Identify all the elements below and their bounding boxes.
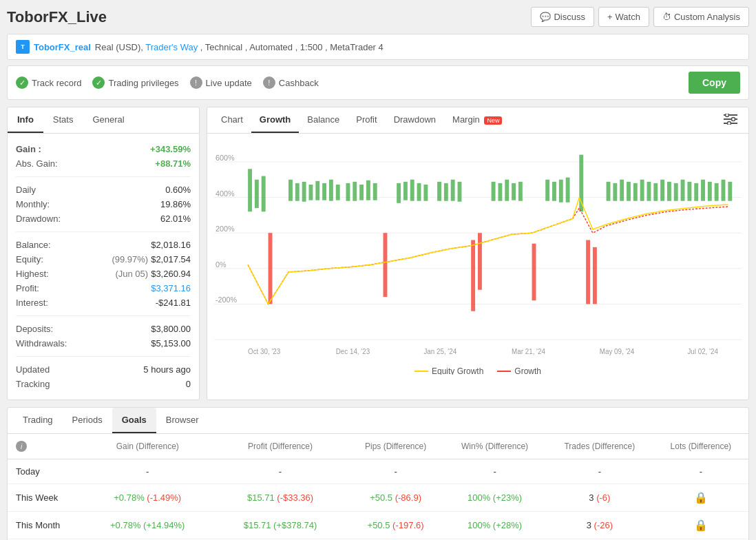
- trades-today: -: [546, 459, 653, 484]
- filter-icon[interactable]: [718, 108, 743, 132]
- stat-highest: Highest: (Jun 05) $3,260.94: [16, 267, 191, 281]
- svg-rect-37: [410, 180, 414, 201]
- svg-rect-17: [248, 169, 252, 211]
- equity-line-indicator: [414, 371, 428, 372]
- svg-rect-63: [633, 183, 638, 201]
- svg-rect-36: [403, 182, 408, 200]
- bottom-section: Trading Periods Goals Browser i Gain (Di…: [7, 407, 749, 540]
- svg-rect-54: [559, 180, 563, 202]
- svg-text:Jul 02, '24: Jul 02, '24: [687, 347, 718, 355]
- check-icon-track: ✓: [16, 76, 28, 89]
- account-name[interactable]: ToborFX_real: [34, 42, 91, 52]
- svg-rect-58: [593, 247, 597, 304]
- col-header-pips: Pips (Difference): [348, 434, 443, 459]
- svg-rect-61: [620, 180, 624, 201]
- svg-text:Oct 30, '23: Oct 30, '23: [248, 347, 281, 355]
- table-info-icon[interactable]: i: [16, 441, 27, 452]
- svg-rect-76: [722, 180, 726, 201]
- svg-rect-46: [492, 182, 496, 201]
- gain-week: +0.78% (-1.49%): [83, 484, 213, 512]
- legend-equity: Equity Growth: [414, 366, 483, 375]
- svg-rect-52: [545, 180, 549, 201]
- chart-tab-chart[interactable]: Chart: [213, 107, 251, 133]
- svg-rect-41: [444, 183, 448, 201]
- tab-info[interactable]: Info: [8, 107, 43, 133]
- svg-text:Mar 21, '24: Mar 21, '24: [512, 347, 545, 355]
- discuss-button[interactable]: 💬 Discuss: [531, 7, 594, 27]
- col-header-trades: Trades (Difference): [546, 434, 653, 459]
- legend-growth: Growth: [497, 366, 541, 375]
- watch-button[interactable]: + Watch: [598, 7, 649, 27]
- svg-text:May 09, '24: May 09, '24: [600, 347, 635, 355]
- svg-rect-53: [552, 182, 556, 201]
- page-title: ToborFX_Live: [7, 8, 107, 26]
- svg-rect-44: [471, 240, 475, 311]
- stat-daily: Daily 0.60%: [16, 183, 191, 197]
- chart-tab-balance[interactable]: Balance: [299, 107, 348, 133]
- win-week: 100% (+23%): [443, 484, 546, 512]
- pips-month: +50.5 (-197.6): [348, 512, 443, 539]
- col-header-gain: Gain (Difference): [83, 434, 213, 459]
- bottom-tab-goals[interactable]: Goals: [112, 408, 156, 433]
- cashback-badge: ! Cashback: [263, 76, 319, 89]
- profit-month: $15.71 (+$378.74): [213, 512, 348, 539]
- chart-tab-margin[interactable]: Margin New: [444, 107, 510, 133]
- tab-stats[interactable]: Stats: [43, 107, 83, 133]
- gain-today: -: [83, 459, 213, 484]
- stat-interest: Interest: -$241.81: [16, 295, 191, 310]
- chart-tab-drawdown[interactable]: Drawdown: [386, 107, 444, 133]
- svg-rect-42: [451, 180, 455, 201]
- custom-analysis-button[interactable]: ⏱ Custom Analysis: [653, 7, 749, 27]
- info-icon-live: !: [190, 76, 202, 89]
- svg-rect-65: [647, 182, 651, 201]
- chart-tab-profit[interactable]: Profit: [348, 107, 385, 133]
- svg-text:-200%: -200%: [216, 295, 237, 304]
- svg-rect-28: [336, 185, 340, 200]
- tab-general[interactable]: General: [83, 107, 134, 133]
- badges-row: ✓ Track record ✓ Trading privileges ! Li…: [7, 65, 749, 100]
- svg-text:600%: 600%: [216, 154, 235, 162]
- chart-area: 600% 400% 200% 0% -200%: [207, 134, 748, 375]
- svg-rect-77: [728, 182, 732, 201]
- profit-week: $15.71 (-$33.36): [213, 484, 348, 512]
- svg-rect-51: [532, 244, 536, 301]
- stat-abs-gain: Abs. Gain: +88.71%: [16, 156, 191, 171]
- trades-week: 3 (-6): [546, 484, 653, 512]
- stat-updated: Updated 5 hours ago: [16, 362, 191, 377]
- table-container: i Gain (Difference) Profit (Difference) …: [8, 434, 748, 540]
- svg-text:400%: 400%: [216, 189, 235, 197]
- svg-rect-26: [322, 183, 326, 200]
- win-today: -: [443, 459, 546, 484]
- chart-tab-growth[interactable]: Growth: [251, 107, 300, 133]
- profit-today: -: [213, 459, 348, 484]
- pips-week: +50.5 (-86.9): [348, 484, 443, 512]
- svg-text:200%: 200%: [216, 225, 235, 233]
- svg-rect-34: [384, 233, 388, 297]
- account-logo: T: [16, 40, 30, 54]
- trades-month: 3 (-26): [546, 512, 653, 539]
- bottom-tab-browser[interactable]: Browser: [156, 408, 209, 433]
- trading-privileges-badge: ✓ Trading privileges: [92, 76, 178, 89]
- copy-button[interactable]: Copy: [689, 72, 740, 94]
- table-row: Today - - - - - -: [8, 459, 748, 484]
- bottom-tab-trading[interactable]: Trading: [13, 408, 63, 433]
- col-header-lots: Lots (Difference): [653, 434, 748, 459]
- stat-drawdown: Drawdown: 62.01%: [16, 211, 191, 226]
- svg-rect-48: [505, 180, 509, 201]
- broker-link[interactable]: Trader's Way: [145, 42, 198, 52]
- svg-rect-21: [288, 180, 293, 201]
- account-details: Real (USD), Trader's Way , Technical , A…: [95, 42, 384, 52]
- col-header-profit: Profit (Difference): [213, 434, 348, 459]
- svg-rect-18: [255, 180, 259, 208]
- svg-rect-50: [518, 182, 523, 201]
- svg-rect-31: [359, 185, 364, 200]
- stat-deposits: Deposits: $3,800.00: [16, 322, 191, 336]
- stat-monthly: Monthly: 19.86%: [16, 197, 191, 211]
- svg-point-4: [732, 118, 735, 121]
- svg-rect-57: [586, 240, 590, 304]
- stats-body: Gain : +343.59% Abs. Gain: +88.71% Daily…: [8, 134, 199, 399]
- svg-rect-43: [458, 182, 462, 202]
- stat-gain: Gain : +343.59%: [16, 142, 191, 156]
- account-bar: T ToborFX_real Real (USD), Trader's Way …: [7, 34, 749, 60]
- bottom-tab-periods[interactable]: Periods: [63, 408, 112, 433]
